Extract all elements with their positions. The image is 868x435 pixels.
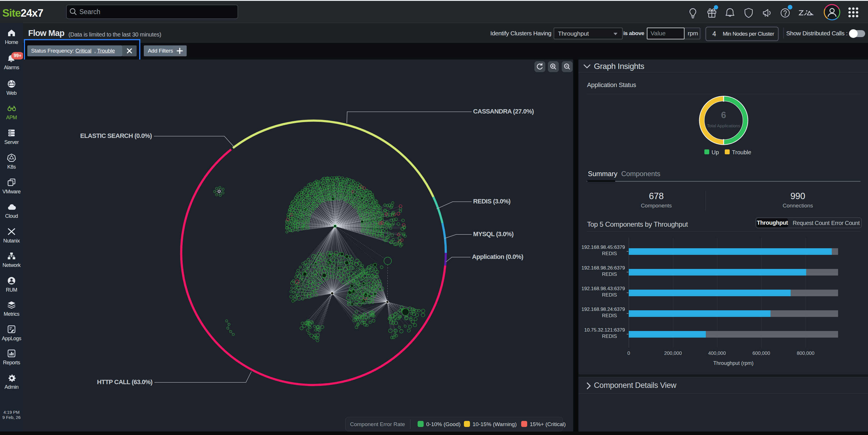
svg-text:REDIS (3.0%): REDIS (3.0%) [473, 198, 510, 205]
svg-text:Application (0.0%): Application (0.0%) [472, 253, 523, 260]
svg-text:CASSANDRA (27.0%): CASSANDRA (27.0%) [473, 108, 534, 115]
svg-text:6: 6 [721, 110, 726, 120]
svg-text:ELASTIC SEARCH (0.0%): ELASTIC SEARCH (0.0%) [80, 132, 152, 139]
svg-text:HTTP CALL (63.0%): HTTP CALL (63.0%) [97, 378, 152, 386]
svg-text:MYSQL (3.0%): MYSQL (3.0%) [473, 230, 514, 238]
svg-text:Total Applications: Total Applications [707, 123, 740, 128]
